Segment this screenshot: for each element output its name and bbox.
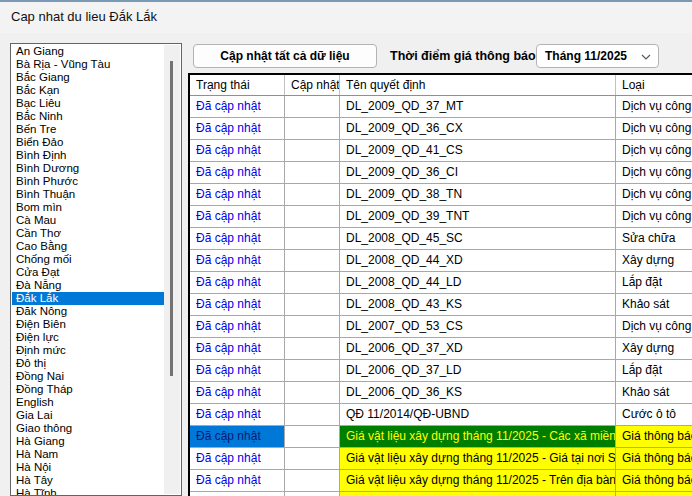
province-list-item[interactable]: Điện lực xyxy=(12,331,164,344)
status-cell[interactable]: Đã cập nhật xyxy=(190,294,285,315)
column-header-decision-name[interactable]: Tên quyết định xyxy=(340,75,616,95)
status-cell[interactable]: Đã cập nhật xyxy=(190,140,285,161)
update-cell[interactable] xyxy=(285,96,340,117)
province-list-item[interactable]: Bắc Kạn xyxy=(12,84,164,97)
update-cell[interactable] xyxy=(285,404,340,425)
status-cell[interactable]: Đã cập nhật xyxy=(190,448,285,469)
province-list-item[interactable]: Đô thị xyxy=(12,357,164,370)
update-cell[interactable] xyxy=(285,140,340,161)
status-cell[interactable]: Đã cập nhật xyxy=(190,162,285,183)
table-row[interactable]: Đã cập nhật DL_2009_QD_41_CS Dịch vụ côn… xyxy=(190,140,692,162)
decision-name-cell[interactable]: DL_2009_QD_39_TNT xyxy=(340,206,616,227)
type-cell[interactable]: Giá thông báo xyxy=(616,470,692,491)
status-cell[interactable]: Đã cập nhật xyxy=(190,118,285,139)
province-list-item[interactable]: Gia Lai xyxy=(12,409,164,422)
table-row[interactable]: Đã cập nhật Giá vật liệu xây dựng tháng … xyxy=(190,448,692,470)
type-cell[interactable]: Giá thông báo xyxy=(616,426,692,447)
decision-name-cell[interactable]: Giá vật liệu xây dựng tháng 11/2025 - Cá… xyxy=(340,426,616,447)
decision-name-cell[interactable]: DL_2009_QD_38_TN xyxy=(340,184,616,205)
province-list-item[interactable]: Hà Nam xyxy=(12,448,164,461)
table-row[interactable]: Đã cập nhật DL_2009_QD_38_TN Dịch vụ côn… xyxy=(190,184,692,206)
update-cell[interactable] xyxy=(285,426,340,447)
province-list-item[interactable]: Giao thông xyxy=(12,422,164,435)
province-list-item[interactable]: Điện Biên xyxy=(12,318,164,331)
status-cell[interactable] xyxy=(190,492,285,496)
update-cell[interactable] xyxy=(285,184,340,205)
type-cell[interactable]: Dịch vụ công ích xyxy=(616,162,692,183)
type-cell[interactable]: Giá thông báo xyxy=(616,448,692,469)
table-row[interactable]: Đã cập nhật DL_2006_QD_37_XD Xây dựng xyxy=(190,338,692,360)
table-row[interactable]: Đã cập nhật QĐ 11/2014/QĐ-UBND Cước ô tô xyxy=(190,404,692,426)
type-cell[interactable]: Dịch vụ công ích xyxy=(616,96,692,117)
province-list-item[interactable]: Cửa Đạt xyxy=(12,266,164,279)
table-row[interactable]: Đã cập nhật DL_2009_QD_36_CX Dịch vụ côn… xyxy=(190,118,692,140)
decision-name-cell[interactable] xyxy=(340,492,616,496)
update-cell[interactable] xyxy=(285,382,340,403)
update-all-button[interactable]: Cập nhật tất cả dữ liệu xyxy=(193,44,377,68)
decision-name-cell[interactable]: DL_2007_QD_53_CS xyxy=(340,316,616,337)
province-list-item[interactable]: Hà Tây xyxy=(12,474,164,487)
update-cell[interactable] xyxy=(285,492,340,496)
update-cell[interactable] xyxy=(285,250,340,271)
decision-name-cell[interactable]: DL_2008_QD_45_SC xyxy=(340,228,616,249)
decision-name-cell[interactable]: DL_2009_QD_36_CX xyxy=(340,118,616,139)
table-row[interactable]: Đã cập nhật DL_2009_QD_36_CI Dịch vụ côn… xyxy=(190,162,692,184)
update-cell[interactable] xyxy=(285,228,340,249)
table-row[interactable] xyxy=(190,492,692,496)
table-row[interactable]: Đã cập nhật DL_2008_QD_43_KS Khảo sát xyxy=(190,294,692,316)
province-list-item[interactable]: Cà Mau xyxy=(12,214,164,227)
province-list-item[interactable]: Hà Tĩnh xyxy=(12,487,164,495)
status-cell[interactable]: Đã cập nhật xyxy=(190,228,285,249)
status-cell[interactable]: Đã cập nhật xyxy=(190,316,285,337)
decision-name-cell[interactable]: DL_2009_QD_37_MT xyxy=(340,96,616,117)
type-cell[interactable]: Dịch vụ công ích xyxy=(616,316,692,337)
decision-name-cell[interactable]: DL_2006_QD_37_XD xyxy=(340,338,616,359)
column-header-type[interactable]: Loại xyxy=(616,75,692,95)
table-row[interactable]: Đã cập nhật DL_2008_QD_44_XD Xây dựng xyxy=(190,250,692,272)
province-list-item[interactable]: Bom mìn xyxy=(12,201,164,214)
province-list-item[interactable]: Biển Đảo xyxy=(12,136,164,149)
province-list-item[interactable]: Bình Thuận xyxy=(12,188,164,201)
province-list-item[interactable]: Cần Thơ xyxy=(12,227,164,240)
decision-name-cell[interactable]: DL_2008_QD_43_KS xyxy=(340,294,616,315)
type-cell[interactable]: Dịch vụ công ích xyxy=(616,118,692,139)
province-list-item[interactable]: Đồng Tháp xyxy=(12,383,164,396)
province-list-item[interactable]: Chống mối xyxy=(12,253,164,266)
update-cell[interactable] xyxy=(285,316,340,337)
status-cell[interactable]: Đã cập nhật xyxy=(190,426,285,447)
type-cell[interactable]: Dịch vụ công ích xyxy=(616,140,692,161)
table-row[interactable]: Đã cập nhật DL_2009_QD_37_MT Dịch vụ côn… xyxy=(190,96,692,118)
province-list-item[interactable]: Cao Bằng xyxy=(12,240,164,253)
type-cell[interactable]: Dịch vụ công ích xyxy=(616,206,692,227)
province-list-item[interactable]: Hà Giang xyxy=(12,435,164,448)
listbox-scrollbar-thumb[interactable] xyxy=(170,61,173,376)
update-cell[interactable] xyxy=(285,448,340,469)
decision-name-cell[interactable]: DL_2008_QD_44_XD xyxy=(340,250,616,271)
type-cell[interactable]: Lắp đặt xyxy=(616,360,692,381)
decision-name-cell[interactable]: Giá vật liệu xây dựng tháng 11/2025 - Tr… xyxy=(340,470,616,491)
province-list-item[interactable]: Bình Định xyxy=(12,149,164,162)
status-cell[interactable]: Đã cập nhật xyxy=(190,382,285,403)
decision-name-cell[interactable]: DL_2008_QD_44_LD xyxy=(340,272,616,293)
type-cell[interactable]: Lắp đặt xyxy=(616,272,692,293)
province-list-item[interactable]: Bình Phước xyxy=(12,175,164,188)
decision-name-cell[interactable]: Giá vật liệu xây dựng tháng 11/2025 - Gi… xyxy=(340,448,616,469)
status-cell[interactable]: Đã cập nhật xyxy=(190,338,285,359)
status-cell[interactable]: Đã cập nhật xyxy=(190,360,285,381)
update-cell[interactable] xyxy=(285,272,340,293)
decision-name-cell[interactable]: DL_2006_QD_36_KS xyxy=(340,382,616,403)
status-cell[interactable]: Đã cập nhật xyxy=(190,272,285,293)
table-row[interactable]: Đã cập nhật DL_2008_QD_44_LD Lắp đặt xyxy=(190,272,692,294)
type-cell[interactable]: Xây dựng xyxy=(616,338,692,359)
province-list-item[interactable]: Bình Dương xyxy=(12,162,164,175)
table-row[interactable]: Đã cập nhật Giá vật liệu xây dựng tháng … xyxy=(190,426,692,448)
province-list-item[interactable]: Đồng Nai xyxy=(12,370,164,383)
column-header-update[interactable]: Cập nhật xyxy=(285,75,340,95)
decision-name-cell[interactable]: QĐ 11/2014/QĐ-UBND xyxy=(340,404,616,425)
type-cell[interactable]: Khảo sát xyxy=(616,382,692,403)
update-cell[interactable] xyxy=(285,360,340,381)
table-row[interactable]: Đã cập nhật DL_2006_QD_37_LD Lắp đặt xyxy=(190,360,692,382)
table-row[interactable]: Đã cập nhật DL_2007_QD_53_CS Dịch vụ côn… xyxy=(190,316,692,338)
status-cell[interactable]: Đã cập nhật xyxy=(190,184,285,205)
province-list-item[interactable]: Đắk Lắk xyxy=(12,292,164,305)
